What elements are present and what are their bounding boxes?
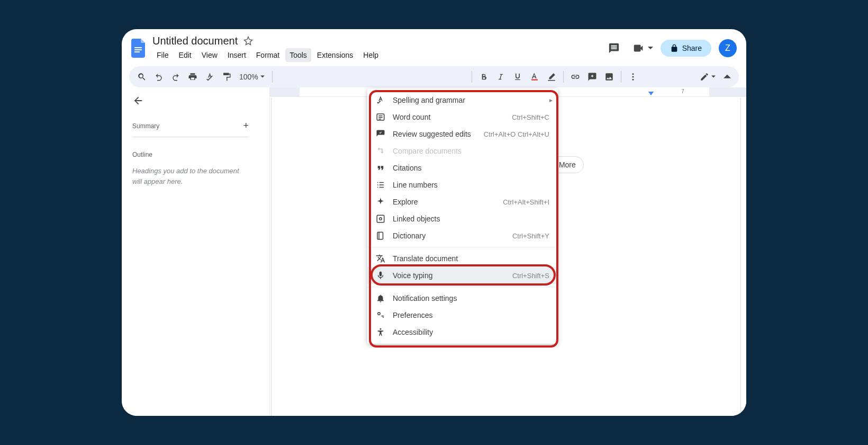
menu-translate[interactable]: Translate document: [367, 250, 558, 267]
more-tools-icon[interactable]: [626, 69, 640, 84]
menu-edit[interactable]: Edit: [175, 48, 196, 62]
document-title[interactable]: Untitled document: [152, 35, 238, 47]
menu-compare-documents: Compare documents: [367, 143, 558, 159]
svg-rect-0: [134, 47, 142, 48]
menu-extensions[interactable]: Extensions: [313, 48, 357, 62]
svg-point-12: [380, 328, 382, 330]
outline-label: Outline: [132, 151, 249, 158]
svg-rect-10: [377, 232, 383, 239]
highlight-color-icon[interactable]: [544, 69, 559, 84]
svg-rect-8: [377, 215, 384, 222]
menu-line-numbers[interactable]: Line numbers: [367, 176, 558, 193]
chevron-down-icon: [260, 75, 265, 79]
review-edits-icon: [376, 129, 385, 139]
indent-marker-icon[interactable]: [648, 92, 654, 95]
svg-point-9: [379, 218, 382, 220]
spellcheck-icon[interactable]: [202, 69, 217, 84]
paint-format-icon[interactable]: [219, 69, 234, 84]
lock-icon: [670, 44, 679, 52]
microphone-icon: [376, 271, 385, 280]
redo-icon[interactable]: [168, 69, 183, 84]
menu-linked-objects[interactable]: Linked objects: [367, 210, 558, 227]
svg-point-6: [632, 79, 634, 81]
menu-citations[interactable]: Citations: [367, 159, 558, 176]
spellcheck-icon: [376, 95, 385, 105]
share-button[interactable]: Share: [661, 40, 711, 57]
menu-tools[interactable]: Tools: [285, 48, 311, 62]
pencil-icon: [700, 72, 709, 82]
menu-preferences[interactable]: Preferences: [367, 307, 558, 324]
accessibility-icon: [376, 327, 385, 337]
citations-icon: [376, 163, 385, 173]
svg-point-4: [632, 73, 634, 75]
svg-rect-1: [134, 49, 142, 50]
separator: [621, 71, 621, 83]
svg-point-5: [632, 76, 634, 78]
linked-objects-icon: [376, 214, 385, 224]
add-comment-icon[interactable]: [585, 69, 600, 84]
compare-icon: [376, 146, 385, 156]
meet-icon[interactable]: [630, 40, 647, 57]
bell-icon: [376, 293, 385, 303]
star-icon[interactable]: [242, 34, 255, 47]
separator: [472, 71, 472, 83]
menu-help[interactable]: Help: [359, 48, 383, 62]
app-window: Untitled document File Edit View Insert …: [122, 29, 746, 416]
text-color-icon[interactable]: [527, 69, 542, 84]
word-count-icon: [376, 112, 385, 122]
print-icon[interactable]: [185, 69, 200, 84]
insert-link-icon[interactable]: [568, 69, 583, 84]
menu-explore[interactable]: Explore Ctrl+Alt+Shift+I: [367, 193, 558, 210]
menu-accessibility[interactable]: Accessibility: [367, 324, 558, 341]
docs-logo-icon[interactable]: [131, 39, 146, 58]
menu-dictionary[interactable]: Dictionary Ctrl+Shift+Y: [367, 227, 558, 244]
undo-icon[interactable]: [151, 69, 166, 84]
zoom-selector[interactable]: 100%: [236, 73, 268, 81]
menu-word-count[interactable]: Word count Ctrl+Shift+C: [367, 109, 558, 126]
italic-icon[interactable]: [493, 69, 508, 84]
chevron-right-icon: ▸: [549, 96, 553, 104]
outline-placeholder: Headings you add to the document will ap…: [132, 166, 249, 186]
collapse-toolbar-icon[interactable]: [721, 70, 734, 83]
titlebar: Untitled document File Edit View Insert …: [122, 29, 746, 62]
menu-spelling-grammar[interactable]: Spelling and grammar ▸: [367, 92, 558, 109]
svg-rect-3: [531, 79, 538, 81]
editing-mode-button[interactable]: [700, 72, 716, 82]
menu-format[interactable]: Format: [252, 48, 284, 62]
menu-voice-typing[interactable]: Voice typing Ctrl+Shift+S: [367, 267, 558, 284]
summary-label: Summary: [132, 122, 159, 130]
line-numbers-icon: [376, 180, 385, 190]
back-arrow-icon[interactable]: [132, 95, 144, 106]
menu-separator: [367, 287, 558, 287]
explore-icon: [376, 197, 385, 207]
chevron-down-icon: [711, 75, 716, 79]
bold-icon[interactable]: [476, 69, 491, 84]
insert-image-icon[interactable]: [602, 69, 617, 84]
user-avatar[interactable]: Z: [719, 39, 737, 57]
underline-icon[interactable]: [510, 69, 525, 84]
search-icon[interactable]: [134, 69, 149, 84]
svg-point-11: [378, 313, 381, 315]
outline-panel: Summary + Outline Headings you add to th…: [122, 87, 259, 416]
menu-insert[interactable]: Insert: [223, 48, 250, 62]
vertical-ruler[interactable]: [259, 87, 270, 416]
menu-view[interactable]: View: [197, 48, 222, 62]
menubar: File Edit View Insert Format Tools Exten…: [152, 48, 599, 62]
separator: [563, 71, 564, 83]
share-label: Share: [682, 44, 702, 52]
toolbar: 100%: [129, 66, 739, 87]
menu-file[interactable]: File: [152, 48, 173, 62]
add-summary-icon[interactable]: +: [243, 120, 249, 131]
separator: [272, 71, 273, 83]
menu-notification-settings[interactable]: Notification settings: [367, 290, 558, 307]
svg-rect-2: [134, 51, 140, 52]
menu-review-suggested-edits[interactable]: Review suggested edits Ctrl+Alt+O Ctrl+A…: [367, 126, 558, 143]
menu-separator: [367, 247, 558, 247]
tools-dropdown: Spelling and grammar ▸ Word count Ctrl+S…: [367, 88, 558, 344]
comments-icon[interactable]: [605, 40, 622, 57]
preferences-icon: [376, 310, 385, 320]
translate-icon: [376, 254, 385, 263]
meet-dropdown-caret-icon[interactable]: [648, 46, 653, 51]
dictionary-icon: [376, 231, 385, 241]
